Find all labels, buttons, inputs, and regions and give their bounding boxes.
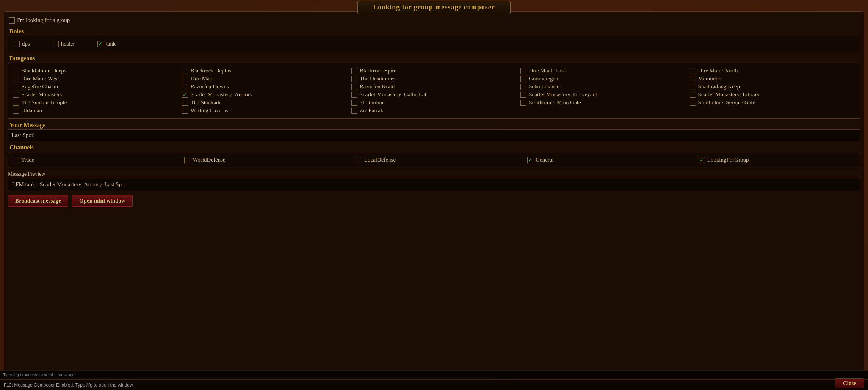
dungeon-stratholme[interactable]: Stratholme [351,99,517,106]
channel-lookingforgroup[interactable]: ✓LookingForGroup [699,157,855,163]
dungeon-blackrock-spire[interactable]: Blackrock Spire [351,68,517,74]
tank-checkbox[interactable]: ✓ [97,41,103,47]
tank-label: tank [106,41,116,47]
gnomeregan-checkbox[interactable] [520,76,526,82]
dungeon-blackfathom-deeps[interactable]: Blackfathom Deeps [13,68,178,74]
maraudon-checkbox[interactable] [690,76,696,82]
role-tank[interactable]: ✓ tank [97,41,116,47]
message-input[interactable] [8,129,860,141]
razorfen-kraul-label: Razorfen Kraul [360,83,395,90]
shadowfang-keep-checkbox[interactable] [690,84,696,90]
razorfen-kraul-checkbox[interactable] [351,84,357,90]
worlddefense-checkbox[interactable] [184,157,190,163]
status-line1: F13: Message Composer Enabled. Type /lfg… [4,382,134,388]
healer-checkbox[interactable] [53,41,59,47]
dungeon-dire-maul[interactable]: Dire Maul [182,75,347,82]
dire-maul-north-checkbox[interactable] [690,68,696,74]
channel-worlddefense[interactable]: WorldDefense [184,157,340,163]
channel-trade[interactable]: Trade [13,157,169,163]
stratholme-service-gate-label: Stratholme: Service Gate [698,99,755,106]
broadcast-button[interactable]: Broadcast message [8,195,68,207]
dungeon-blackrock-depths[interactable]: Blackrock Depths [182,68,347,74]
trade-label: Trade [21,157,34,163]
dungeon-the-sunken-temple[interactable]: The Sunken Temple [13,99,178,106]
dungeon-zulfarrak[interactable]: Zul'Farrak [351,107,517,114]
dps-checkbox[interactable] [14,41,20,47]
the-stockade-checkbox[interactable] [182,100,188,106]
scholomance-checkbox[interactable] [520,84,526,90]
scarlet-monastery-cathedral-checkbox[interactable] [351,92,357,98]
lfg-checkbox-item[interactable]: I'm looking for a group [9,17,70,24]
dungeon-maraudon[interactable]: Maraudon [690,75,855,82]
stratholme-main-gate-checkbox[interactable] [520,100,526,106]
the-sunken-temple-checkbox[interactable] [13,100,19,106]
razorfen-downs-checkbox[interactable] [182,84,188,90]
the-sunken-temple-label: The Sunken Temple [21,99,67,106]
preview-label: Message Preview [8,170,860,178]
zulfarrak-checkbox[interactable] [351,108,357,114]
scarlet-monastery-library-checkbox[interactable] [690,92,696,98]
blackrock-spire-checkbox[interactable] [351,68,357,74]
dire-maul-north-label: Dire Maul: North [698,68,738,74]
dungeon-stratholme-service-gate[interactable]: Stratholme: Service Gate [690,99,855,106]
blackfathom-deeps-checkbox[interactable] [13,68,19,74]
buttons-row: Broadcast message Open mini window [8,195,860,207]
dungeon-wailing-caverns[interactable]: Wailing Caverns [182,107,347,114]
lookingforgroup-checkbox[interactable]: ✓ [699,157,705,163]
blackrock-spire-label: Blackrock Spire [360,68,396,74]
preview-box: LFM tank - Scarlet Monastery: Armory. La… [8,178,860,191]
blackfathom-deeps-label: Blackfathom Deeps [21,68,66,74]
close-button[interactable]: Close [835,378,864,388]
the-deadmines-checkbox[interactable] [351,76,357,82]
uldaman-checkbox[interactable] [13,108,19,114]
channel-localdefense[interactable]: LocalDefense [356,157,512,163]
dire-maul-east-label: Dire Maul: East [529,68,565,74]
role-healer[interactable]: healer [53,41,75,47]
dungeon-dire-maul-east[interactable]: Dire Maul: East [520,68,686,74]
the-stockade-label: The Stockade [190,99,221,106]
channels-section: Channels TradeWorldDefenseLocalDefense✓G… [8,143,860,168]
lfg-checkbox[interactable] [9,17,15,24]
scarlet-monastery-graveyard-checkbox[interactable] [520,92,526,98]
general-checkbox[interactable]: ✓ [527,157,533,163]
dungeon-razorfen-kraul[interactable]: Razorfen Kraul [351,83,517,90]
dungeon-scholomance[interactable]: Scholomance [520,83,686,90]
dungeon-razorfen-downs[interactable]: Razorfen Downs [182,83,347,90]
dungeon-shadowfang-keep[interactable]: Shadowfang Keep [690,83,855,90]
role-dps[interactable]: dps [14,41,30,47]
blackrock-depths-checkbox[interactable] [182,68,188,74]
dire-maul-checkbox[interactable] [182,76,188,82]
dungeon-dire-maul-west[interactable]: Dire Maul: West [13,75,178,82]
razorfen-downs-label: Razorfen Downs [190,83,229,90]
gnomeregan-label: Gnomeregan [529,75,558,82]
channels-box: TradeWorldDefenseLocalDefense✓General✓Lo… [8,152,860,168]
dungeon-scarlet-monastery-graveyard[interactable]: Scarlet Monastery: Graveyard [520,91,686,98]
wailing-caverns-checkbox[interactable] [182,108,188,114]
dungeon-scarlet-monastery-armory[interactable]: ✓Scarlet Monastery: Armory [182,91,347,98]
dungeon-the-deadmines[interactable]: The Deadmines [351,75,517,82]
scarlet-monastery-armory-label: Scarlet Monastery: Armory [190,91,252,98]
stratholme-service-gate-checkbox[interactable] [690,100,696,106]
lfg-label: I'm looking for a group [17,17,70,24]
dungeon-the-stockade[interactable]: The Stockade [182,99,347,106]
your-message-header: Your Message [8,121,860,129]
dungeon-scarlet-monastery-cathedral[interactable]: Scarlet Monastery: Cathedral [351,91,517,98]
localdefense-checkbox[interactable] [356,157,362,163]
stratholme-label: Stratholme [360,99,385,106]
stratholme-checkbox[interactable] [351,100,357,106]
scarlet-monastery-checkbox[interactable] [13,92,19,98]
dire-maul-east-checkbox[interactable] [520,68,526,74]
mini-window-button[interactable]: Open mini window [72,195,133,207]
dungeon-dire-maul-north[interactable]: Dire Maul: North [690,68,855,74]
dungeon-uldaman[interactable]: Uldaman [13,107,178,114]
dungeon-ragefire-chasm[interactable]: Ragefire Chasm [13,83,178,90]
dungeon-scarlet-monastery-library[interactable]: Scarlet Monastery: Library [690,91,855,98]
dungeon-stratholme-main-gate[interactable]: Stratholme: Main Gate [520,99,686,106]
scarlet-monastery-armory-checkbox[interactable]: ✓ [182,92,188,98]
ragefire-chasm-checkbox[interactable] [13,84,19,90]
dire-maul-west-checkbox[interactable] [13,76,19,82]
dungeon-scarlet-monastery[interactable]: Scarlet Monastery [13,91,178,98]
trade-checkbox[interactable] [13,157,19,163]
dungeon-gnomeregan[interactable]: Gnomeregan [520,75,686,82]
channel-general[interactable]: ✓General [527,157,683,163]
